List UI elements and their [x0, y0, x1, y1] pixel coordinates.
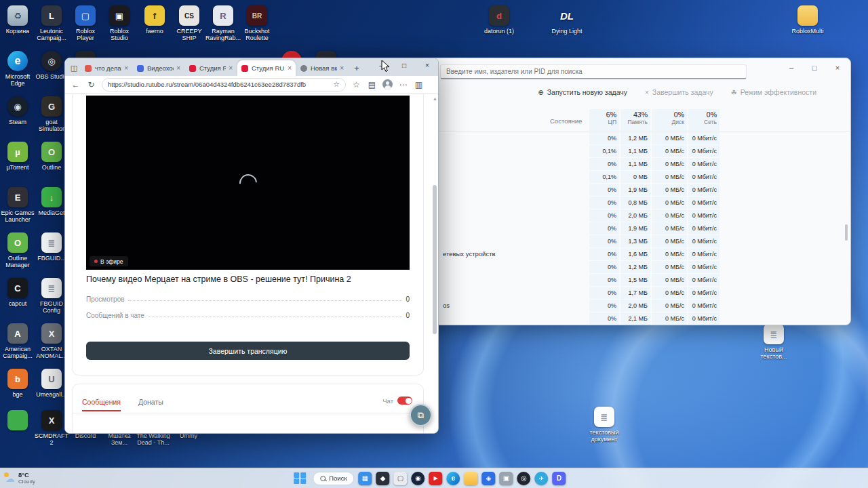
desktop-icon-robloxmulti-folder[interactable]: RobloxMulti — [790, 5, 825, 35]
end-task-button[interactable]: ×Завершить задачу — [645, 88, 713, 96]
tab-close-icon[interactable]: × — [288, 64, 292, 72]
desktop-icon-glyph: ◎ — [47, 56, 55, 66]
desktop-icon-creepy-ship[interactable]: CS CREEPY SHIP TROU... — [172, 5, 207, 42]
column-network[interactable]: 0%Сеть — [688, 109, 719, 131]
process-network: 0 Мбит/с — [688, 145, 719, 157]
more-menu-icon[interactable]: ⋯ — [398, 80, 408, 89]
desktop-icon-rayman[interactable]: R Rayman RavingRab... — [205, 5, 241, 42]
process-memory: 1,9 МБ — [620, 184, 650, 196]
tab-new-tab[interactable]: Новая вкл... × — [296, 60, 348, 76]
desktop-icon-datorun[interactable]: d datorun (1) — [481, 5, 517, 35]
column-status[interactable]: Состояние — [550, 117, 582, 125]
process-cpu: 0% — [589, 235, 619, 247]
column-cpu[interactable]: 6%ЦП — [589, 109, 619, 131]
tab-videohost[interactable]: Видеохост... × — [133, 60, 184, 76]
taskmgr-minimize-button[interactable]: – — [787, 64, 796, 72]
chat-tab-messages[interactable]: Сообщения — [82, 398, 121, 406]
tab-close-icon[interactable]: × — [229, 64, 233, 72]
desktop-icon-recycle-bin[interactable]: ♻ Корзина — [0, 5, 35, 35]
profile-avatar[interactable] — [382, 79, 393, 89]
column-disk[interactable]: 0%Диск — [652, 109, 687, 131]
live-dot-icon — [94, 260, 98, 263]
desktop-icon-microsoft-edge[interactable]: e Microsoft Edge — [0, 51, 35, 87]
taskbar-app-blue[interactable]: ◈ — [482, 472, 496, 485]
taskbar-app-explorer[interactable] — [465, 472, 478, 485]
address-input[interactable] — [108, 81, 330, 88]
browser-close-button[interactable]: × — [423, 62, 431, 69]
taskmgr-search-input[interactable] — [440, 64, 747, 79]
start-button[interactable] — [291, 470, 309, 487]
desktop-icon-dying-light[interactable]: DL Dying Light — [549, 5, 585, 35]
desktop-icon-utorrent[interactable]: µ µTorrent — [0, 142, 35, 171]
taskbar-app-light[interactable]: ▢ — [394, 472, 408, 485]
tab-close-icon[interactable]: × — [340, 64, 344, 72]
taskmgr-maximize-button[interactable]: □ — [810, 64, 819, 72]
page-scrollbar[interactable]: ▲ — [432, 95, 437, 432]
tab-studia-rutube[interactable]: Студия RU... × — [185, 60, 237, 76]
collections-icon[interactable]: ▤ — [367, 80, 377, 89]
taskbar-app-widgets[interactable]: ▦ — [359, 472, 372, 485]
stat-value: 0 — [406, 296, 410, 303]
new-tab-button[interactable]: + — [350, 61, 363, 75]
column-memory[interactable]: 43%Память — [620, 109, 650, 131]
process-memory: 1,5 МБ — [620, 274, 650, 286]
desktop-icon-tile: X — [41, 410, 62, 430]
run-new-task-button[interactable]: ⊕Запустить новую задачу — [538, 88, 627, 96]
tab-close-icon[interactable]: × — [124, 64, 128, 72]
browser-minimize-button[interactable]: – — [377, 62, 385, 69]
scroll-up-icon[interactable]: ▲ — [433, 96, 437, 101]
desktop-icon-epic-games[interactable]: E Epic Games Launcher — [0, 187, 35, 224]
taskbar-app-discord[interactable]: D — [553, 472, 566, 485]
tab-studia-rutube-active[interactable]: Студия RU... × — [237, 60, 296, 76]
taskbar-search[interactable]: Поиск — [313, 472, 354, 485]
favorite-star-icon[interactable]: ☆ — [333, 80, 340, 89]
refresh-button[interactable]: ↻ — [86, 80, 96, 89]
desktop-icon-roblox-player[interactable]: ▢ Roblox Player — [68, 5, 103, 42]
desktop-icon-bge[interactable]: b bge — [0, 369, 35, 398]
stream-card: В эфире Почему видео Мерцает на стриме в… — [72, 94, 424, 375]
weather-widget[interactable]: ☁ 8°C Cloudy — [5, 470, 35, 487]
desktop-icon-american-campaign[interactable]: A American Campaig... — [0, 323, 35, 360]
taskmgr-scrollbar[interactable] — [845, 109, 848, 322]
desktop-icon-steam[interactable]: ◉ Steam — [0, 96, 35, 125]
desktop-icon-capcut[interactable]: C capcut — [0, 278, 35, 307]
desktop-icon-green-app[interactable] — [0, 410, 35, 432]
end-stream-button[interactable]: Завершить трансляцию — [86, 342, 410, 360]
taskbar-app-obs[interactable]: ◎ — [517, 472, 531, 485]
back-button[interactable]: ← — [71, 80, 81, 89]
desktop-icon-tile: µ — [7, 142, 28, 162]
taskbar-app-steam[interactable]: ◉ — [412, 472, 425, 485]
taskbar-app-edge[interactable]: e — [447, 472, 460, 485]
taskmgr-scrollbar-thumb[interactable] — [845, 224, 848, 241]
desktop-icon-new-text-doc[interactable]: ≣ Новый текстов... — [756, 324, 791, 361]
desktop-icon-faerno[interactable]: f faerno — [137, 5, 172, 35]
taskbar-app-icon — [465, 472, 478, 485]
desktop-icon-tile: ≣ — [594, 407, 614, 427]
favorites-icon[interactable]: ☆ — [351, 80, 361, 89]
desktop-icon-label: American Campaig... — [0, 346, 35, 360]
tab-actions-icon[interactable]: ◫ — [68, 61, 79, 75]
chat-tab-donations[interactable]: Донаты — [138, 398, 163, 406]
tab-chto-delat[interactable]: что делат... × — [81, 60, 132, 76]
address-bar[interactable]: ☆ — [102, 78, 346, 92]
floating-action-button[interactable]: ⧉ — [410, 404, 432, 426]
taskbar-app-dark[interactable]: ◆ — [376, 472, 390, 485]
taskbar-app-youtube[interactable]: ▶ — [429, 472, 443, 485]
desktop-icon-leutonic-campaign[interactable]: L Leutonic Campaig... — [34, 5, 69, 42]
desktop-icon-label: Microsoft Edge — [0, 73, 35, 87]
desktop-icon-text-doc-2[interactable]: ≣ текстовый документ (2) — [587, 407, 622, 443]
desktop-icon-buckshot-roulette[interactable]: BR Buckshot Roulette — [239, 5, 275, 42]
desktop-icon-outline-manager[interactable]: O Outline Manager — [0, 232, 35, 269]
taskbar-app-sky[interactable]: ✈ — [535, 472, 549, 485]
tab-close-icon[interactable]: × — [176, 64, 180, 72]
video-player[interactable]: В эфире — [86, 96, 410, 270]
taskmgr-close-button[interactable]: × — [833, 64, 842, 72]
chat-toggle-switch[interactable] — [397, 396, 412, 405]
efficiency-mode-button[interactable]: ☘Режим эффективности — [731, 88, 816, 96]
desktop-icon-roblox-studio[interactable]: ▣ Roblox Studio — [102, 5, 137, 42]
sidebar-toggle-icon[interactable]: ▥ — [414, 80, 424, 89]
taskbar-app-gray[interactable]: ▣ — [500, 472, 513, 485]
process-disk: 0 МБ/с — [652, 197, 687, 209]
browser-maximize-button[interactable]: □ — [400, 62, 408, 69]
page-scrollbar-thumb[interactable] — [433, 185, 437, 334]
